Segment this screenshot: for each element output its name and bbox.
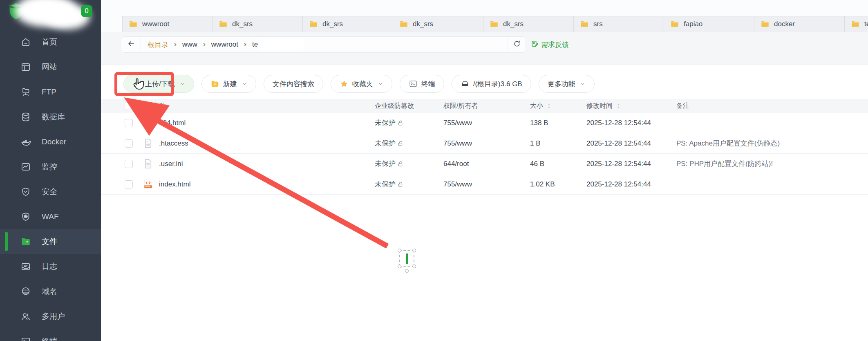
selection-handle[interactable] bbox=[398, 249, 401, 252]
sidebar-item-logs[interactable]: 日志 bbox=[0, 254, 101, 279]
breadcrumb-segment[interactable]: www bbox=[182, 40, 197, 49]
file-row: .user.ini 未保护 644/root 46 B 2025-12-28 1… bbox=[101, 154, 868, 174]
ftp-icon bbox=[20, 87, 31, 97]
tamper-status[interactable]: 未保护 bbox=[375, 179, 443, 189]
tamper-status[interactable]: 未保护 bbox=[375, 139, 443, 148]
folder-icon bbox=[309, 20, 318, 29]
folder-tab[interactable]: dk_srs bbox=[213, 16, 303, 32]
folder-tab[interactable]: dk_srs bbox=[393, 16, 483, 32]
feedback-label: 需求反馈 bbox=[541, 40, 569, 49]
terminal-icon bbox=[20, 336, 31, 341]
folder-icon bbox=[580, 20, 589, 29]
database-icon bbox=[20, 112, 31, 122]
favorites-button[interactable]: 收藏夹 bbox=[331, 75, 392, 93]
waf-icon bbox=[20, 211, 31, 222]
tamper-status[interactable]: 未保护 bbox=[375, 159, 443, 168]
upload-download-button[interactable]: 上传/下载 bbox=[123, 75, 194, 93]
row-checkbox[interactable] bbox=[125, 119, 133, 127]
breadcrumb-segment[interactable]: wwwroot bbox=[211, 40, 238, 49]
breadcrumb-segment-root[interactable]: 根目录 bbox=[148, 40, 168, 49]
terminal-button[interactable]: 终端 bbox=[400, 75, 444, 93]
sort-icon[interactable] bbox=[546, 103, 553, 110]
sidebar-item-domain[interactable]: www 域名 bbox=[0, 279, 101, 304]
permission-owner[interactable]: 644/root bbox=[443, 160, 530, 168]
folder-tab[interactable]: srs bbox=[574, 16, 664, 32]
sidebar-item-sites[interactable]: 网站 bbox=[0, 54, 101, 79]
header-size[interactable]: 大小 bbox=[530, 102, 586, 110]
sidebar-item-docker[interactable]: Docker bbox=[0, 129, 101, 154]
permission-owner[interactable]: 755/www bbox=[443, 119, 530, 127]
file-name[interactable]: .htaccess bbox=[159, 139, 188, 148]
more-functions-button[interactable]: 更多功能 bbox=[539, 75, 595, 93]
header-permission-owner[interactable]: 权限/所有者 bbox=[443, 102, 530, 110]
folder-tab[interactable]: docker bbox=[754, 16, 845, 32]
tamper-status[interactable]: 未保护 bbox=[375, 118, 443, 128]
sidebar-item-database[interactable]: 数据库 bbox=[0, 104, 101, 129]
folder-tab[interactable]: dk_srs bbox=[303, 16, 393, 32]
file-row: HTML 404.html 未保护 755/www 138 B 2025-12-… bbox=[101, 113, 868, 133]
modified-time: 2025-12-28 12:54:44 bbox=[586, 139, 676, 148]
sidebar-item-label: 终端 bbox=[42, 336, 57, 341]
refresh-icon bbox=[513, 40, 521, 49]
refresh-button[interactable] bbox=[508, 37, 526, 52]
sidebar-item-ftp[interactable]: FTP bbox=[0, 79, 101, 104]
header-file-name[interactable]: 文件名称 bbox=[140, 102, 375, 110]
folder-icon bbox=[129, 20, 138, 29]
row-checkbox[interactable] bbox=[125, 139, 133, 148]
chevron-down-icon bbox=[580, 81, 586, 87]
folder-tab[interactable]: dk_srs bbox=[483, 16, 574, 32]
selection-handle[interactable] bbox=[412, 249, 416, 252]
sidebar-item-waf[interactable]: WAF bbox=[0, 204, 101, 229]
file-name[interactable]: .user.ini bbox=[159, 160, 183, 168]
permission-owner[interactable]: 755/www bbox=[443, 180, 530, 188]
sidebar-item-files[interactable]: 文件 bbox=[0, 229, 101, 254]
row-checkbox[interactable] bbox=[125, 160, 133, 168]
disk-root-button[interactable]: /(根目录)3.6 GB bbox=[452, 75, 531, 93]
file-name[interactable]: 404.html bbox=[159, 119, 186, 127]
file-name[interactable]: index.html bbox=[159, 180, 190, 188]
file-manager-page: 0 首页 网站 FTP 数据库 Docker 监控 安全 WAF 文件 日志 w… bbox=[0, 0, 868, 341]
modified-time: 2025-12-28 12:54:44 bbox=[586, 119, 676, 127]
sidebar-item-label: 文件 bbox=[42, 236, 57, 247]
sidebar-item-terminal[interactable]: 终端 bbox=[0, 329, 101, 341]
sidebar-item-label: 监控 bbox=[42, 162, 57, 172]
new-button[interactable]: 新建 bbox=[201, 75, 256, 93]
feedback-link[interactable]: 需求反馈 bbox=[531, 36, 569, 53]
svg-text:www: www bbox=[24, 292, 28, 294]
sidebar-item-security[interactable]: 安全 bbox=[0, 179, 101, 204]
header-modified-time[interactable]: 修改时间 bbox=[586, 102, 676, 110]
feedback-icon bbox=[531, 40, 539, 50]
back-button[interactable] bbox=[121, 37, 141, 52]
folder-tab[interactable]: fapiao bbox=[664, 16, 754, 32]
select-all-checkbox[interactable] bbox=[125, 102, 133, 110]
sidebar-item-label: WAF bbox=[42, 212, 59, 221]
file-table: 文件名称 企业级防篡改 权限/所有者 大小 修改时间 备注 HTML 404.h… bbox=[101, 99, 868, 195]
file-note: PS: Apache用户配置文件(伪静态) bbox=[676, 139, 868, 148]
sort-icon[interactable] bbox=[615, 103, 622, 110]
folder-tab[interactable]: ten bbox=[845, 16, 868, 32]
content-search-button[interactable]: 文件内容搜索 bbox=[264, 75, 323, 93]
permission-owner[interactable]: 755/www bbox=[443, 139, 530, 148]
breadcrumb-segment-partial[interactable]: te bbox=[252, 40, 258, 49]
folder-tab[interactable]: wwwroot bbox=[122, 16, 213, 32]
sidebar-item-multiuser[interactable]: 多用户 bbox=[0, 304, 101, 329]
row-checkbox[interactable] bbox=[125, 180, 133, 188]
selection-handle[interactable] bbox=[412, 265, 416, 268]
folder-tab-label: srs bbox=[593, 20, 603, 28]
selection-handle[interactable] bbox=[398, 265, 401, 268]
notification-badge[interactable]: 0 bbox=[81, 5, 92, 17]
svg-text:HTML: HTML bbox=[145, 186, 151, 188]
green-line-annotation bbox=[406, 254, 408, 264]
header-tamper-proof[interactable]: 企业级防篡改 bbox=[375, 102, 443, 110]
toolbar-button-label: /(根目录)3.6 GB bbox=[473, 79, 522, 89]
domain-icon: www bbox=[20, 286, 31, 297]
table-body: HTML 404.html 未保护 755/www 138 B 2025-12-… bbox=[101, 113, 868, 195]
back-icon bbox=[127, 39, 136, 50]
sidebar-item-monitor[interactable]: 监控 bbox=[0, 154, 101, 179]
selection-rotate-handle[interactable] bbox=[405, 269, 409, 273]
toolbar-button-label: 新建 bbox=[223, 79, 237, 89]
sidebar-item-label: 日志 bbox=[42, 261, 57, 272]
sidebar-item-home[interactable]: 首页 bbox=[0, 29, 101, 54]
selection-widget[interactable] bbox=[399, 250, 414, 267]
unlock-icon bbox=[397, 140, 404, 147]
